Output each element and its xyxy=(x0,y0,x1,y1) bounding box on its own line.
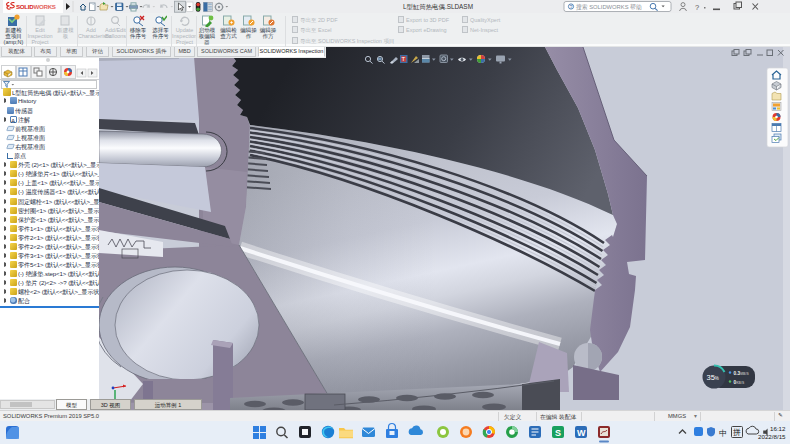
svg-text:?: ? xyxy=(570,4,573,10)
svg-text:0KB/S: 0KB/S xyxy=(734,380,746,385)
svg-text:W: W xyxy=(577,428,586,438)
svg-text:16:12: 16:12 xyxy=(770,425,786,432)
svg-text:搜索 SOLIDWORKS 帮助: 搜索 SOLIDWORKS 帮助 xyxy=(576,3,642,11)
svg-text:?: ? xyxy=(695,3,699,12)
svg-text:拼: 拼 xyxy=(732,428,741,437)
svg-text:T: T xyxy=(402,56,406,62)
svg-text:0.3MB/S: 0.3MB/S xyxy=(734,371,750,376)
svg-text:2022/8/15: 2022/8/15 xyxy=(758,433,786,440)
svg-text:L型缸筒热电偶.SLDASM: L型缸筒热电偶.SLDASM xyxy=(403,3,473,11)
svg-text:SOLIDWORKS: SOLIDWORKS xyxy=(16,3,56,10)
svg-text:中: 中 xyxy=(719,429,727,438)
svg-text:S: S xyxy=(555,428,561,438)
